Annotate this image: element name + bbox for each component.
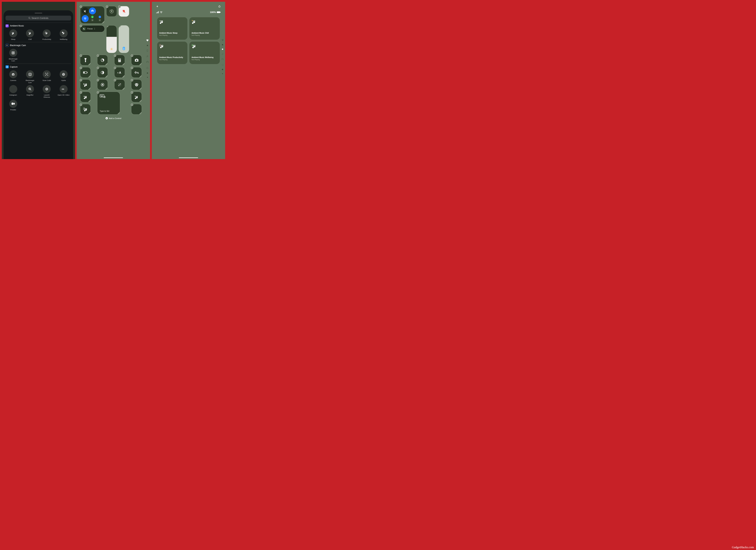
home-indicator[interactable] bbox=[104, 157, 123, 158]
remove-icon[interactable] bbox=[106, 5, 108, 8]
resize-handle[interactable] bbox=[139, 87, 141, 90]
control-launch-obscura[interactable]: Launch Obscura bbox=[39, 85, 54, 98]
accessibility-control[interactable] bbox=[114, 79, 125, 90]
control-camera[interactable]: Camera bbox=[6, 70, 21, 83]
volume-slider[interactable] bbox=[119, 25, 129, 53]
remove-icon[interactable] bbox=[80, 103, 82, 106]
empty-control[interactable] bbox=[131, 104, 142, 115]
remove-icon[interactable] bbox=[131, 54, 133, 57]
rail-dot[interactable] bbox=[222, 69, 223, 70]
satellite-toggle[interactable] bbox=[99, 19, 101, 21]
remove-icon[interactable] bbox=[131, 79, 133, 81]
control-open-ok-video[interactable]: OKOpen OK Video bbox=[56, 85, 71, 98]
screenrecord-control[interactable] bbox=[97, 79, 108, 90]
resize-handle[interactable] bbox=[139, 99, 141, 102]
remove-icon[interactable] bbox=[80, 79, 82, 81]
wifi-toggle[interactable] bbox=[82, 15, 89, 22]
resize-handle[interactable] bbox=[122, 75, 125, 77]
ambient-music-control[interactable] bbox=[80, 79, 91, 90]
remove-icon[interactable] bbox=[80, 25, 82, 27]
rail-dot[interactable] bbox=[147, 45, 148, 46]
rail-dot[interactable] bbox=[147, 72, 148, 74]
productivity-music-control[interactable] bbox=[80, 104, 91, 115]
lowpower-control[interactable] bbox=[80, 67, 91, 78]
search-input[interactable]: Search Controls bbox=[6, 16, 71, 20]
resize-handle[interactable] bbox=[122, 63, 125, 65]
cellular-toggle[interactable] bbox=[91, 16, 94, 18]
control-blackmagic-cam[interactable]: Blackmagic Cam bbox=[6, 49, 21, 62]
remove-icon[interactable] bbox=[119, 25, 120, 27]
remove-icon[interactable] bbox=[106, 25, 108, 27]
resize-handle[interactable] bbox=[88, 112, 90, 114]
remove-icon[interactable] bbox=[97, 67, 99, 69]
resize-handle[interactable] bbox=[88, 87, 90, 90]
remove-icon[interactable] bbox=[131, 103, 133, 106]
add-button[interactable] bbox=[156, 5, 159, 8]
connectivity-group[interactable] bbox=[80, 6, 105, 24]
flashlight-control[interactable] bbox=[80, 55, 91, 65]
control-magnifier[interactable]: Magnifier bbox=[22, 85, 38, 98]
control-sleep[interactable]: zzz Sleep bbox=[6, 29, 21, 40]
darkmode-control[interactable] bbox=[97, 67, 108, 78]
card-ambient-chill[interactable]: Ambient Music Chill Not Playing bbox=[189, 17, 220, 40]
type-to-siri-control[interactable]: Type to Siri bbox=[97, 92, 120, 115]
control-instagram[interactable]: Instagram bbox=[6, 85, 21, 98]
rail-music-icon[interactable] bbox=[146, 55, 149, 58]
card-ambient-wellbeing[interactable]: Ambient Music Wellbeing Not Playing bbox=[189, 42, 220, 64]
resize-handle[interactable] bbox=[117, 112, 120, 114]
remove-icon[interactable] bbox=[114, 54, 116, 57]
resize-handle[interactable] bbox=[105, 75, 107, 77]
control-hydra[interactable]: Hydra bbox=[56, 70, 71, 83]
airplane-toggle[interactable] bbox=[82, 7, 89, 14]
resize-handle[interactable] bbox=[122, 87, 125, 90]
remove-icon[interactable] bbox=[80, 54, 82, 57]
remove-icon[interactable] bbox=[114, 67, 116, 69]
rail-dot[interactable] bbox=[222, 44, 223, 45]
rail-heart-icon[interactable] bbox=[222, 39, 224, 41]
sleep-music-control[interactable]: zzz bbox=[80, 92, 91, 102]
control-productivity[interactable]: Productivity bbox=[39, 29, 54, 40]
control-blackmagic-cam-2[interactable]: Blackmagic Cam bbox=[22, 70, 38, 83]
resize-handle[interactable] bbox=[102, 21, 104, 23]
remove-icon[interactable] bbox=[118, 5, 120, 8]
airdrop-toggle[interactable] bbox=[89, 7, 96, 14]
colorfilters-control[interactable] bbox=[131, 79, 142, 90]
remove-icon[interactable] bbox=[80, 91, 82, 94]
remove-icon[interactable] bbox=[97, 79, 99, 81]
chill-music-control[interactable] bbox=[131, 92, 142, 102]
brightness-slider[interactable] bbox=[106, 25, 117, 53]
control-wellbeing[interactable]: Wellbeing bbox=[56, 29, 71, 40]
resize-handle[interactable] bbox=[105, 63, 107, 65]
rail-dot-active[interactable] bbox=[222, 49, 223, 50]
rail-hotspot-icon[interactable] bbox=[221, 58, 224, 60]
timer-control[interactable] bbox=[97, 55, 108, 65]
card-ambient-sleep[interactable]: zzz Ambient Music Sleep Not Playing bbox=[157, 17, 188, 40]
remove-icon[interactable] bbox=[80, 5, 82, 8]
resize-handle[interactable] bbox=[105, 87, 107, 90]
rail-battery-icon[interactable] bbox=[146, 49, 149, 52]
control-chill[interactable]: Chill bbox=[22, 29, 38, 40]
rail-hotspot-icon[interactable] bbox=[146, 61, 149, 63]
rail-heart-icon[interactable] bbox=[146, 39, 149, 42]
rail-music-icon[interactable] bbox=[222, 53, 224, 55]
resize-handle[interactable] bbox=[139, 75, 141, 77]
vpn-toggle[interactable] bbox=[91, 19, 94, 21]
resize-handle[interactable] bbox=[88, 99, 90, 102]
resize-handle[interactable] bbox=[139, 63, 141, 65]
rail-dot[interactable] bbox=[147, 77, 148, 78]
remove-icon[interactable] bbox=[114, 79, 116, 81]
rail-dot[interactable] bbox=[222, 73, 223, 74]
rail-home-icon[interactable] bbox=[222, 64, 224, 66]
resize-handle[interactable] bbox=[88, 63, 90, 65]
control-protake[interactable]: Protake bbox=[6, 100, 21, 111]
orientation-lock-toggle[interactable] bbox=[106, 6, 117, 17]
rail-home-icon[interactable] bbox=[146, 67, 149, 69]
power-button[interactable] bbox=[218, 5, 221, 8]
card-ambient-productivity[interactable]: Ambient Music Productivity Not Playing bbox=[157, 42, 188, 64]
remove-icon[interactable] bbox=[80, 67, 82, 69]
camera-control[interactable] bbox=[131, 55, 142, 65]
textsize-control[interactable]: AA bbox=[114, 67, 125, 78]
add-control-button[interactable]: + Add a Control bbox=[80, 117, 147, 119]
calculator-control[interactable] bbox=[114, 55, 125, 65]
remove-icon[interactable] bbox=[97, 54, 99, 57]
